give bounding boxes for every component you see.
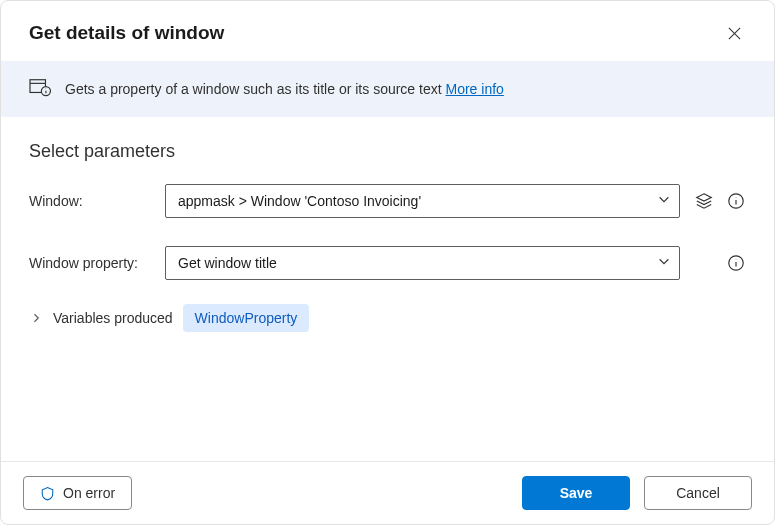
chevron-down-icon: [657, 192, 671, 210]
window-info-icon: [29, 77, 51, 101]
banner-text: Gets a property of a window such as its …: [65, 81, 504, 97]
cancel-button[interactable]: Cancel: [644, 476, 752, 510]
section-title: Select parameters: [29, 141, 746, 162]
svg-marker-7: [697, 194, 711, 201]
variables-expand-toggle[interactable]: [29, 312, 43, 324]
shield-icon: [40, 486, 55, 501]
layers-icon: [695, 192, 713, 210]
dialog-footer: On error Save Cancel: [1, 461, 774, 524]
property-select[interactable]: Get window title: [165, 246, 680, 280]
field-property-label: Window property:: [29, 255, 165, 271]
dialog-get-window-details: Get details of window Gets a property of…: [0, 0, 775, 525]
property-help-button[interactable]: [726, 253, 746, 273]
variables-produced-label: Variables produced: [53, 310, 173, 326]
on-error-label: On error: [63, 485, 115, 501]
window-help-button[interactable]: [726, 191, 746, 211]
field-window-label: Window:: [29, 193, 165, 209]
dialog-content: Select parameters Window: appmask > Wind…: [1, 117, 774, 461]
on-error-button[interactable]: On error: [23, 476, 132, 510]
chevron-right-icon: [30, 312, 42, 324]
cancel-label: Cancel: [676, 485, 720, 501]
field-window-row: Window: appmask > Window 'Contoso Invoic…: [29, 184, 746, 218]
variables-produced-row: Variables produced WindowProperty: [29, 304, 746, 332]
close-icon: [727, 26, 742, 41]
info-banner: Gets a property of a window such as its …: [1, 61, 774, 117]
info-icon: [727, 192, 745, 210]
close-button[interactable]: [720, 19, 748, 47]
ui-element-picker-button[interactable]: [694, 191, 714, 211]
info-icon: [727, 254, 745, 272]
property-select-value: Get window title: [178, 255, 277, 271]
variable-chip-windowproperty[interactable]: WindowProperty: [183, 304, 310, 332]
dialog-title: Get details of window: [29, 22, 224, 44]
field-property-row: Window property: Get window title: [29, 246, 746, 280]
window-select[interactable]: appmask > Window 'Contoso Invoicing': [165, 184, 680, 218]
window-select-value: appmask > Window 'Contoso Invoicing': [178, 193, 421, 209]
chevron-down-icon: [657, 254, 671, 272]
save-button[interactable]: Save: [522, 476, 630, 510]
save-label: Save: [560, 485, 593, 501]
dialog-header: Get details of window: [1, 1, 774, 61]
banner-description: Gets a property of a window such as its …: [65, 81, 446, 97]
more-info-link[interactable]: More info: [446, 81, 504, 97]
